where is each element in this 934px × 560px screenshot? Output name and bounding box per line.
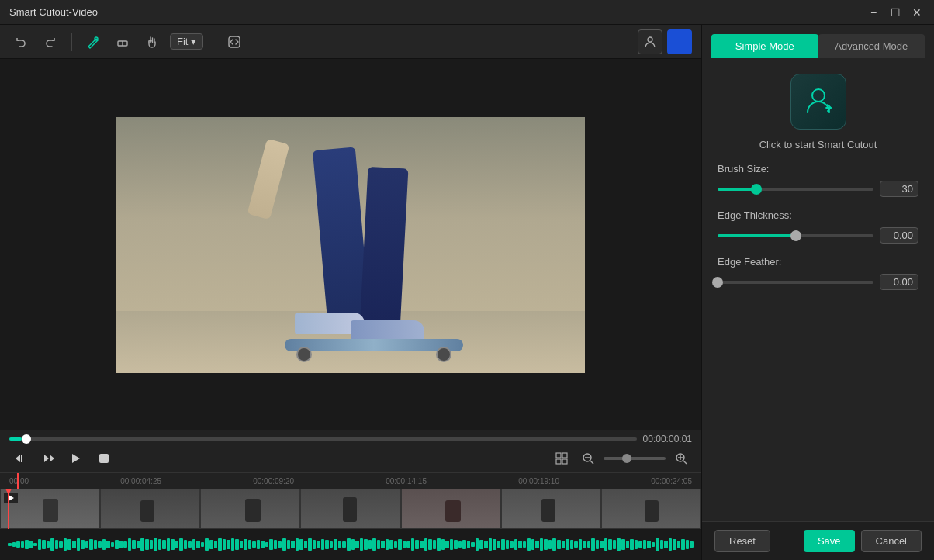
ruler-mark-4: 00:00:19:10 (518, 477, 559, 486)
zoom-in-button[interactable] (670, 448, 692, 469)
waveform-bar (613, 540, 617, 548)
waveform-bar (196, 541, 200, 548)
waveform-bar (218, 538, 222, 551)
waveform-bar (471, 542, 475, 547)
waveform-track (0, 529, 701, 560)
play-button[interactable] (65, 448, 87, 469)
waveform-bar (372, 538, 376, 550)
svg-rect-10 (99, 454, 109, 463)
video-area (0, 59, 701, 430)
edge-feather-slider[interactable] (718, 281, 873, 284)
reset-button[interactable]: Reset (714, 530, 770, 552)
waveform-bar (501, 539, 505, 550)
waveform-bar (313, 540, 317, 549)
waveform-bar (415, 540, 419, 550)
thumbnail-7 (601, 489, 701, 529)
edge-feather-row: 0.00 (718, 274, 918, 290)
waveform-bar (514, 539, 518, 550)
brush-size-value[interactable]: 30 (880, 181, 918, 197)
waveform-bar (660, 540, 664, 550)
edge-feather-label: Edge Feather: (718, 256, 918, 268)
edge-thickness-slider[interactable] (718, 234, 873, 237)
waveform-bar (531, 539, 535, 550)
brush-size-thumb (751, 184, 762, 195)
progress-fill (9, 437, 22, 441)
eraser-button[interactable] (111, 30, 134, 54)
left-panel: Fit ▾ (0, 25, 701, 560)
waveform-bar (621, 539, 625, 550)
waveform-bar (265, 542, 269, 547)
waveform-bar (484, 541, 488, 548)
waveform-bar (368, 540, 372, 548)
pen-tool-button[interactable] (81, 30, 105, 54)
waveform-bar (579, 539, 583, 550)
waveform-bar (403, 541, 406, 548)
waveform-bar (677, 541, 681, 548)
edge-thickness-value[interactable]: 0.00 (880, 227, 918, 244)
right-panel: Simple Mode Advanced Mode Click to start… (701, 25, 934, 560)
waveform-bar (562, 541, 566, 548)
zoom-thumb (622, 454, 631, 463)
waveform-bar (257, 540, 261, 550)
cancel-button[interactable]: Cancel (861, 530, 922, 552)
edge-thickness-thumb (790, 230, 801, 241)
waveform-bar (467, 541, 471, 548)
waveform-bar (85, 541, 89, 548)
ruler-mark-0: 00:00 (9, 477, 29, 486)
waveform-bar (77, 538, 81, 551)
zoom-slider[interactable] (604, 457, 666, 460)
redo-button[interactable] (39, 30, 62, 54)
waveform-bar (150, 540, 154, 548)
brush-size-slider[interactable] (718, 188, 873, 191)
svg-line-16 (590, 461, 593, 464)
waveform-bar (548, 540, 552, 548)
waveform-bar (158, 539, 162, 550)
waveform-bar (437, 538, 441, 551)
waveform-bar (179, 538, 183, 550)
waveform-bar (535, 541, 539, 548)
close-button[interactable]: ✕ (909, 5, 925, 20)
zoom-out-button[interactable] (577, 448, 599, 469)
waveform-bar (240, 541, 244, 548)
undo-button[interactable] (9, 30, 33, 54)
waveform-bar (115, 540, 119, 549)
ruler-marks: 00:00 00:00:04:25 00:00:09:20 00:00:14:1… (9, 477, 692, 486)
minimize-button[interactable]: − (866, 5, 881, 20)
video-bg (116, 117, 585, 373)
waveform-bar (342, 541, 346, 547)
edge-thickness-label: Edge Thickness: (718, 209, 918, 221)
waveform-bar (72, 541, 76, 548)
grid-view-button[interactable] (551, 448, 573, 469)
waveform-bar (557, 540, 561, 550)
waveform-bar (351, 539, 355, 550)
cutout-icon (790, 74, 846, 130)
waveform-bar (278, 541, 282, 548)
waveform-bar (441, 539, 445, 550)
person-button[interactable] (638, 29, 662, 54)
simple-mode-tab[interactable]: Simple Mode (711, 34, 818, 58)
save-button[interactable]: Save (804, 530, 855, 552)
step-back-button[interactable] (9, 448, 31, 469)
hand-tool-button[interactable] (140, 30, 164, 54)
progress-bar[interactable] (9, 437, 637, 441)
edge-feather-value[interactable]: 0.00 (880, 274, 918, 290)
waveform-bar (64, 538, 67, 551)
smart-cutout-button[interactable]: Click to start Smart Cutout (718, 74, 918, 150)
waveform-bar (583, 541, 586, 548)
svg-marker-5 (16, 455, 20, 462)
waveform-bar (656, 538, 659, 550)
timeline-video-track (0, 489, 701, 529)
swap-icon-button[interactable] (223, 30, 246, 54)
step-forward-button[interactable] (37, 448, 59, 469)
color-swatch[interactable] (667, 29, 692, 54)
waveform-bar (686, 540, 690, 548)
waveform-bar (540, 538, 544, 551)
stop-button[interactable] (93, 448, 115, 469)
waveform-bar (140, 538, 144, 551)
advanced-mode-tab[interactable]: Advanced Mode (818, 34, 925, 58)
progress-thumb (22, 434, 31, 444)
fit-dropdown[interactable]: Fit ▾ (170, 33, 203, 50)
waveform-bar (321, 539, 325, 550)
maximize-button[interactable]: ☐ (887, 5, 903, 20)
thumbnail-4 (300, 489, 400, 529)
